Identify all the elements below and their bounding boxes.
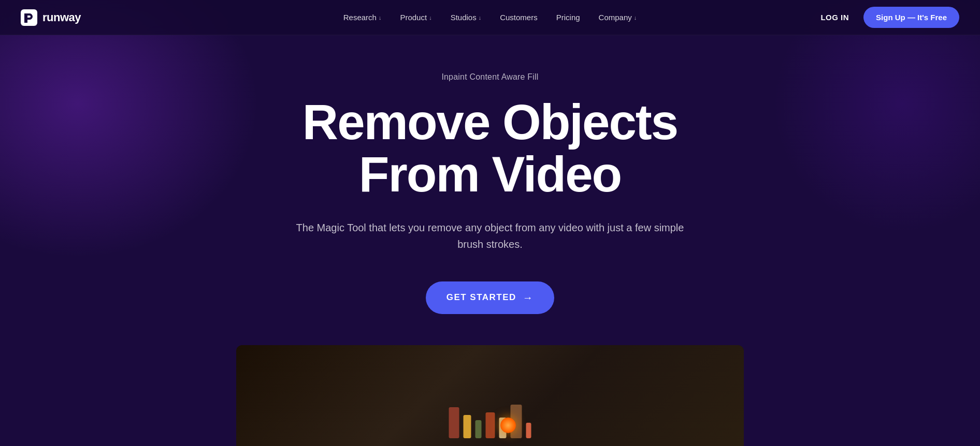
cta-button[interactable]: GET STARTED → [426,281,555,314]
hero-title: Remove Objects From Video [252,96,728,201]
chevron-down-icon: ↓ [429,14,432,21]
hero-subtitle: The Magic Tool that lets you remove any … [288,219,692,252]
glow-ball [500,418,516,433]
logo-text: runway [42,11,81,24]
nav-actions: LOG IN Sign Up — It's Free [814,7,959,28]
navbar: runway Research ↓ Product ↓ Studios ↓ Cu… [0,0,980,35]
chevron-down-icon: ↓ [634,14,637,21]
nav-product[interactable]: Product ↓ [393,9,439,26]
video-object-2 [464,415,471,438]
hero-content: Inpaint Content Aware Fill Remove Object… [231,72,749,314]
login-button[interactable]: LOG IN [814,9,855,26]
video-object-1 [449,407,459,438]
video-object-7 [526,423,531,438]
video-content [236,345,744,446]
video-inner [236,345,744,446]
signup-button[interactable]: Sign Up — It's Free [863,7,959,28]
video-object-4 [486,412,495,438]
nav-pricing[interactable]: Pricing [549,9,587,26]
nav-customers[interactable]: Customers [493,9,545,26]
cta-label: GET STARTED [446,292,516,303]
video-preview [236,345,744,446]
hero-eyebrow: Inpaint Content Aware Fill [252,72,728,82]
logo[interactable]: runway [21,9,81,26]
nav-company[interactable]: Company ↓ [592,9,644,26]
arrow-icon: → [523,292,534,304]
chevron-down-icon: ↓ [379,14,382,21]
hero-section: Inpaint Content Aware Fill Remove Object… [0,0,980,446]
chevron-down-icon: ↓ [479,14,482,21]
nav-studios[interactable]: Studios ↓ [443,9,489,26]
nav-links: Research ↓ Product ↓ Studios ↓ Customers… [336,9,644,26]
video-object-3 [475,420,482,438]
runway-logo-icon [21,9,37,26]
video-objects [449,405,531,438]
nav-research[interactable]: Research ↓ [336,9,389,26]
